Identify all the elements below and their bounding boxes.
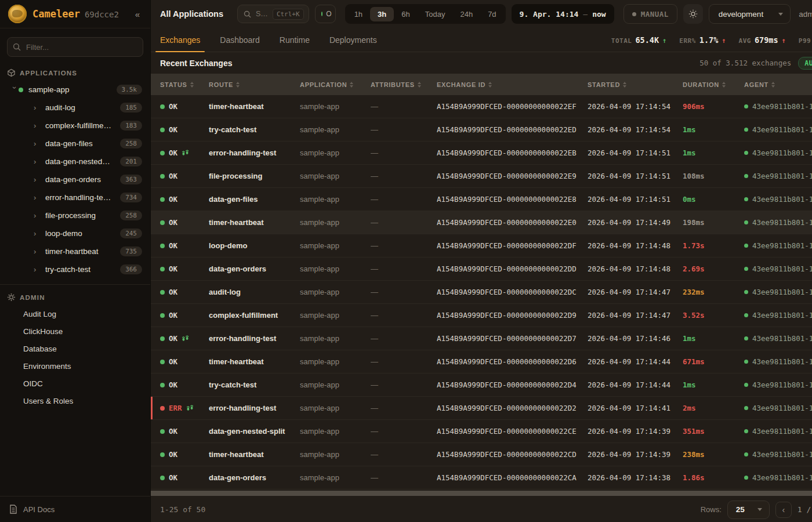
prev-page-button[interactable]: ‹ bbox=[775, 502, 792, 518]
table-row[interactable]: OKerror-handling-testsample-app—A154B9A9… bbox=[151, 142, 812, 165]
status-label: OK bbox=[169, 334, 177, 343]
exchange-id-cell: A154B9A999DFCED-00000000000022CD bbox=[437, 450, 588, 459]
column-header-duration[interactable]: DURATION bbox=[683, 81, 744, 88]
duration-cell: 3.52s bbox=[683, 311, 744, 320]
duration-label: 1ms bbox=[683, 334, 696, 343]
column-header-application[interactable]: APPLICATION bbox=[300, 81, 371, 88]
table-row[interactable]: OKcomplex-fulfillmentsample-app—A154B9A9… bbox=[151, 304, 812, 327]
sidebar-item-api-docs[interactable]: API Docs bbox=[0, 496, 150, 522]
column-header-exchange-id[interactable]: EXCHANGE ID bbox=[437, 81, 588, 88]
attributes-label: — bbox=[371, 404, 378, 412]
sidebar-item-data-gen-orders[interactable]: ›data-gen-orders363 bbox=[0, 171, 150, 188]
column-header-attributes[interactable]: ATTRIBUTES bbox=[371, 81, 437, 88]
exchange-id-cell: A154B9A999DFCED-00000000000022D7 bbox=[437, 334, 588, 343]
table-row[interactable]: OKtry-catch-testsample-app—A154B9A999DFC… bbox=[151, 374, 812, 397]
table-row[interactable]: OKfile-processingsample-app—A154B9A999DF… bbox=[151, 165, 812, 188]
table-row[interactable]: OKloop-demosample-app—A154B9A999DFCED-00… bbox=[151, 234, 812, 258]
filter-input[interactable] bbox=[7, 37, 143, 57]
attributes-label: — bbox=[371, 195, 378, 204]
rows-per-page-select[interactable]: 25 bbox=[727, 501, 770, 519]
auto-refresh-badge[interactable]: AUTO bbox=[798, 57, 812, 70]
sidebar-item-sample-app[interactable]: › sample-app 3.5k bbox=[0, 81, 150, 99]
route-label: file-processing bbox=[209, 172, 262, 180]
range-button-24h[interactable]: 24h bbox=[452, 7, 480, 21]
sidebar-item-clickhouse[interactable]: ClickHouse bbox=[0, 322, 150, 340]
application-cell: sample-app bbox=[300, 148, 371, 157]
range-button-3h[interactable]: 3h bbox=[370, 7, 394, 21]
range-button-7d[interactable]: 7d bbox=[480, 7, 503, 21]
pagination-controls: Rows: 25 ‹ 1 / 2 › bbox=[701, 501, 812, 519]
column-header-agent[interactable]: AGENT bbox=[744, 81, 812, 88]
gear-icon bbox=[7, 293, 16, 302]
duration-cell: 238ms bbox=[683, 450, 744, 459]
sidebar-item-timer-heartbeat[interactable]: ›timer-heartbeat735 bbox=[0, 242, 150, 260]
table-row[interactable]: OKtry-catch-testsample-app—A154B9A999DFC… bbox=[151, 118, 812, 142]
range-button-1h[interactable]: 1h bbox=[347, 7, 370, 21]
collapse-sidebar-icon[interactable]: « bbox=[133, 8, 142, 20]
attributes-cell: — bbox=[371, 195, 437, 204]
sidebar-item-complex-fulfillme[interactable]: ›complex-fulfillme…183 bbox=[0, 117, 150, 135]
attributes-label: — bbox=[371, 148, 378, 157]
column-header-route[interactable]: ROUTE bbox=[209, 81, 300, 88]
range-button-6h[interactable]: 6h bbox=[394, 7, 417, 21]
exchange-id-cell: A154B9A999DFCED-00000000000022E0 bbox=[437, 218, 588, 227]
started-label: 2026-04-09 17:14:51 bbox=[588, 172, 670, 180]
table-row[interactable]: OKtimer-heartbeatsample-app—A154B9A999DF… bbox=[151, 95, 812, 118]
sidebar-item-error-handling-te[interactable]: ›error-handling-te…734 bbox=[0, 188, 150, 206]
table-row[interactable]: OKtimer-heartbeatsample-app—A154B9A999DF… bbox=[151, 350, 812, 374]
tab-deployments[interactable]: Deployments bbox=[329, 28, 377, 52]
table-row[interactable]: OKerror-handling-testsample-app—A154B9A9… bbox=[151, 327, 812, 350]
attributes-label: — bbox=[371, 450, 378, 459]
sidebar-item-users-roles[interactable]: Users & Roles bbox=[0, 392, 150, 409]
table-row[interactable]: OKdata-gen-filessample-app—A154B9A999DFC… bbox=[151, 188, 812, 211]
tab-dashboard[interactable]: Dashboard bbox=[220, 28, 260, 52]
exchange-id-label: A154B9A999DFCED-00000000000022EB bbox=[437, 148, 577, 157]
tab-runtime[interactable]: Runtime bbox=[280, 28, 310, 52]
column-header-started[interactable]: STARTED bbox=[588, 81, 683, 88]
horizontal-scrollbar[interactable] bbox=[151, 490, 812, 497]
sidebar-item-try-catch-test[interactable]: ›try-catch-test366 bbox=[0, 260, 150, 278]
started-label: 2026-04-09 17:14:51 bbox=[588, 148, 670, 157]
status-cell: OK bbox=[160, 241, 209, 250]
date-range-button[interactable]: 9. Apr. 14:14 – now bbox=[512, 4, 614, 24]
table-row[interactable]: OKdata-gen-nested-splitsample-app—A154B9… bbox=[151, 420, 812, 443]
sidebar-item-data-gen-files[interactable]: ›data-gen-files258 bbox=[0, 135, 150, 153]
status-label: OK bbox=[169, 380, 177, 389]
application-label: sample-app bbox=[300, 357, 339, 366]
global-search-input[interactable]: S… Ctrl+K bbox=[237, 5, 309, 23]
application-cell: sample-app bbox=[300, 218, 371, 227]
sidebar-item-data-gen-nested[interactable]: ›data-gen-nested…201 bbox=[0, 153, 150, 171]
table-row[interactable]: OKdata-gen-orderssample-app—A154B9A999DF… bbox=[151, 258, 812, 281]
attributes-label: — bbox=[371, 288, 378, 296]
scrollbar-thumb[interactable] bbox=[151, 491, 812, 496]
table-row[interactable]: ERRerror-handling-testsample-app—A154B9A… bbox=[151, 397, 812, 420]
environment-select[interactable]: development bbox=[709, 4, 791, 24]
manual-refresh-button[interactable]: MANUAL bbox=[624, 4, 677, 24]
app-name-label: sample-app bbox=[28, 85, 117, 94]
range-button-today[interactable]: Today bbox=[418, 7, 453, 21]
sidebar-item-audit-log[interactable]: ›audit-log185 bbox=[0, 99, 150, 117]
route-label: data-gen-orders bbox=[209, 473, 266, 482]
started-cell: 2026-04-09 17:14:39 bbox=[588, 427, 683, 436]
chevron-down-icon[interactable]: › bbox=[10, 86, 19, 95]
stat-total: TOTAL65.4K↑ bbox=[611, 35, 667, 45]
sidebar-item-oidc[interactable]: OIDC bbox=[0, 375, 150, 392]
agent-dot-icon bbox=[744, 360, 748, 364]
table-row[interactable]: OKtimer-heartbeatsample-app—A154B9A999DF… bbox=[151, 443, 812, 466]
sidebar-item-file-processing[interactable]: ›file-processing258 bbox=[0, 206, 150, 224]
table-row[interactable]: OKaudit-logsample-app—A154B9A999DFCED-00… bbox=[151, 281, 812, 304]
table-row[interactable]: OKtimer-heartbeatsample-app—A154B9A999DF… bbox=[151, 211, 812, 234]
column-header-status[interactable]: STATUS bbox=[160, 81, 209, 88]
theme-toggle-button[interactable] bbox=[683, 4, 703, 24]
sidebar-item-environments[interactable]: Environments bbox=[0, 357, 150, 375]
duration-cell: 108ms bbox=[683, 172, 744, 180]
table-row[interactable]: OKdata-gen-orderssample-app—A154B9A999DF… bbox=[151, 466, 812, 490]
date-to: now bbox=[592, 10, 606, 19]
status-label: OK bbox=[169, 450, 177, 459]
tab-exchanges[interactable]: Exchanges bbox=[160, 28, 200, 52]
status-filter-chip[interactable]: O bbox=[315, 5, 336, 23]
column-header-label: STATUS bbox=[160, 81, 187, 88]
sidebar-item-audit-log[interactable]: Audit Log bbox=[0, 305, 150, 322]
sidebar-item-loop-demo[interactable]: ›loop-demo245 bbox=[0, 224, 150, 242]
sidebar-item-database[interactable]: Database bbox=[0, 340, 150, 357]
